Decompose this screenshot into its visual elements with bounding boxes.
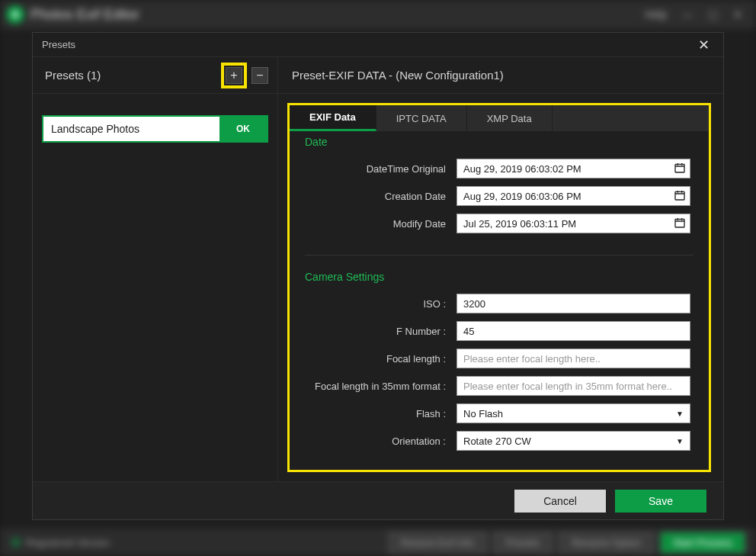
datetime-original-input[interactable]: [456, 159, 690, 178]
modal-footer: Cancel Save: [33, 481, 723, 519]
modify-date-label: Modify Date: [308, 218, 456, 230]
focal-length-row: Focal length :: [308, 349, 690, 368]
add-preset-highlight: +: [221, 63, 247, 88]
tab-exif[interactable]: EXIF Data: [290, 105, 376, 131]
modal-header: Presets ✕: [33, 33, 723, 57]
fnumber-label: F Number :: [308, 326, 456, 337]
fnumber-row: F Number :: [308, 321, 690, 341]
svg-rect-2: [675, 164, 684, 172]
calendar-icon[interactable]: [674, 162, 686, 174]
focal-35mm-input[interactable]: [456, 376, 690, 396]
creation-date-row: Creation Date: [308, 186, 690, 206]
data-tabs: EXIF Data IPTC DATA XMP Data: [290, 105, 709, 131]
minus-icon: −: [256, 69, 263, 82]
iso-input[interactable]: [456, 294, 690, 313]
plus-icon: +: [230, 69, 237, 82]
start-process-button[interactable]: Start Process: [660, 532, 745, 554]
preset-detail-header: Preset-EXIF DATA - (New Configuration1): [278, 57, 723, 94]
creation-date-input[interactable]: [456, 186, 690, 206]
presets-list-header: Presets (1) + −: [33, 57, 277, 94]
datetime-original-label: DateTime Original: [308, 163, 456, 175]
focal-35mm-row: Focal length in 35mm format :: [308, 376, 690, 396]
focal-35mm-label: Focal length in 35mm format :: [308, 381, 456, 392]
calendar-icon[interactable]: [674, 217, 686, 229]
flash-row: Flash : No Flash ▼: [308, 403, 690, 423]
modify-date-row: Modify Date: [308, 214, 690, 233]
preset-name-row: OK: [42, 115, 268, 143]
modal-title: Presets: [42, 39, 75, 50]
registered-label: Registered Version: [26, 537, 110, 548]
maximize-icon[interactable]: ▢: [708, 8, 718, 21]
chevron-down-icon: ▼: [676, 410, 684, 418]
focal-length-label: Focal length :: [308, 353, 456, 365]
remove-preset-button[interactable]: −: [251, 67, 268, 84]
save-button[interactable]: Save: [615, 490, 706, 513]
presets-list-panel: Presets (1) + − OK: [33, 57, 278, 481]
minimize-icon[interactable]: —: [682, 8, 693, 21]
exif-form: Date DateTime Original: [290, 131, 709, 470]
presets-modal: Presets ✕ Presets (1) + −: [32, 32, 724, 520]
preset-form-highlight: EXIF Data IPTC DATA XMP Data Date DateTi…: [287, 103, 711, 472]
date-section-header: Date: [305, 136, 694, 148]
close-icon[interactable]: ✕: [694, 35, 714, 55]
presets-count-label: Presets (1): [45, 69, 101, 82]
orientation-label: Orientation :: [308, 435, 456, 447]
fnumber-input[interactable]: [456, 321, 690, 341]
app-footer: Registered Version Restore Exif Info Pre…: [0, 529, 756, 556]
preset-ok-button[interactable]: OK: [219, 117, 267, 141]
creation-date-label: Creation Date: [308, 191, 456, 202]
orientation-row: Orientation : Rotate 270 CW ▼: [308, 431, 690, 451]
modify-date-input[interactable]: [456, 214, 690, 233]
app-title: Photos Exif Editor: [30, 7, 139, 23]
rename-option-button[interactable]: Rename Option: [559, 532, 654, 554]
close-window-icon[interactable]: ✕: [733, 8, 742, 21]
iso-row: ISO :: [308, 294, 690, 313]
preset-detail-title: Preset-EXIF DATA - (New Configuration1): [292, 69, 504, 82]
preset-name-input[interactable]: [43, 117, 219, 141]
svg-rect-3: [675, 191, 684, 200]
chevron-down-icon: ▼: [676, 437, 684, 445]
flash-label: Flash :: [308, 408, 456, 419]
tab-iptc[interactable]: IPTC DATA: [376, 105, 467, 131]
datetime-original-row: DateTime Original: [308, 159, 690, 178]
add-preset-button[interactable]: +: [226, 67, 242, 84]
flash-select[interactable]: No Flash ▼: [456, 403, 690, 423]
svg-point-0: [13, 12, 18, 18]
orientation-value: Rotate 270 CW: [463, 435, 531, 447]
help-menu[interactable]: Help: [645, 8, 667, 21]
app-logo-icon: [6, 5, 24, 24]
svg-rect-4: [675, 219, 684, 227]
flash-value: No Flash: [463, 408, 503, 419]
calendar-icon[interactable]: [674, 189, 686, 201]
focal-length-input[interactable]: [456, 349, 690, 368]
camera-section-header: Camera Settings: [305, 271, 694, 283]
restore-exif-button[interactable]: Restore Exif Info: [388, 532, 487, 554]
app-titlebar: Photos Exif Editor Help — ▢ ✕: [0, 0, 756, 29]
cancel-button[interactable]: Cancel: [514, 490, 606, 513]
preset-detail-panel: Preset-EXIF DATA - (New Configuration1) …: [278, 57, 723, 481]
presets-button[interactable]: Presets: [493, 532, 553, 554]
window-controls: Help — ▢ ✕: [645, 8, 756, 21]
section-divider: [305, 255, 694, 256]
orientation-select[interactable]: Rotate 270 CW ▼: [456, 431, 690, 451]
iso-label: ISO :: [308, 298, 456, 310]
tab-xmp[interactable]: XMP Data: [467, 105, 553, 131]
